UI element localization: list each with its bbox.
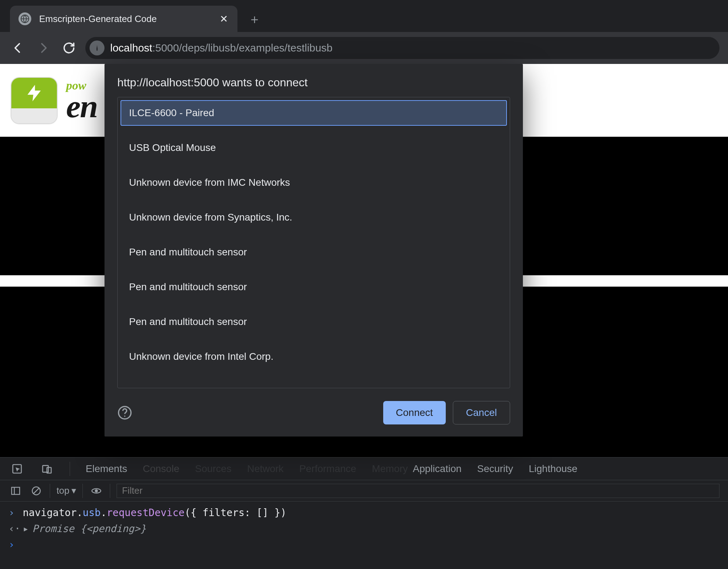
devtools-tab-performance[interactable]: Performance xyxy=(299,463,356,475)
browser-tab[interactable]: Emscripten-Generated Code ✕ xyxy=(10,6,237,32)
console-sidebar-icon[interactable] xyxy=(9,484,23,498)
close-tab-icon[interactable]: ✕ xyxy=(218,13,229,24)
console-toolbar: top▾ xyxy=(0,480,728,502)
svg-marker-3 xyxy=(27,85,41,101)
devtools-tab-application[interactable]: Application xyxy=(413,463,461,475)
browser-toolbar: localhost:5000/deps/libusb/examples/test… xyxy=(0,32,728,64)
globe-icon xyxy=(18,12,31,25)
devtools-tab-network[interactable]: Network xyxy=(247,463,284,475)
device-item[interactable]: Unknown device from IMC Networks xyxy=(121,170,507,195)
expand-icon[interactable]: ▸ xyxy=(23,523,29,535)
inspect-element-icon[interactable] xyxy=(10,462,24,476)
svg-point-14 xyxy=(124,416,125,417)
devtools-tab-sources[interactable]: Sources xyxy=(195,463,231,475)
device-list: ILCE-6600 - Paired USB Optical Mouse Unk… xyxy=(117,97,510,388)
webusb-permission-dialog: http://localhost:5000 wants to connect I… xyxy=(105,64,523,437)
device-item[interactable]: Pen and multitouch sensor xyxy=(121,309,507,335)
devtools-tab-elements[interactable]: Elements xyxy=(86,463,127,475)
devtools-tab-console[interactable]: Console xyxy=(143,463,180,475)
console-output-value[interactable]: ▸Promise {<pending>} xyxy=(23,521,146,537)
url-text: localhost:5000/deps/libusb/examples/test… xyxy=(110,42,332,54)
svg-rect-7 xyxy=(12,487,20,494)
reload-button[interactable] xyxy=(60,39,78,57)
chevron-down-icon: ▾ xyxy=(71,485,76,496)
clear-console-icon[interactable] xyxy=(29,484,43,498)
cancel-button[interactable]: Cancel xyxy=(453,401,510,424)
device-toolbar-icon[interactable] xyxy=(40,462,54,476)
svg-line-10 xyxy=(34,488,39,493)
new-tab-button[interactable]: ＋ xyxy=(244,9,265,30)
forward-button[interactable] xyxy=(34,39,53,57)
console-context-select[interactable]: top▾ xyxy=(57,485,76,496)
device-item[interactable]: Pen and multitouch sensor xyxy=(121,239,507,265)
svg-point-12 xyxy=(95,489,98,492)
console-output-line: ‹· ▸Promise {<pending>} xyxy=(9,521,719,537)
emscripten-wordmark: pow en xyxy=(66,80,97,121)
devtools-tab-lighthouse[interactable]: Lighthouse xyxy=(529,463,577,475)
output-caret-icon: ‹· xyxy=(9,521,17,537)
site-info-icon[interactable] xyxy=(90,40,105,55)
prompt-caret-icon: › xyxy=(9,505,17,521)
devtools-tabs: Elements Console Sources Network Perform… xyxy=(0,457,728,480)
help-icon[interactable] xyxy=(117,405,132,420)
device-item[interactable]: Unknown device from Intel Corp. xyxy=(121,344,507,369)
browser-tab-strip: Emscripten-Generated Code ✕ ＋ xyxy=(0,0,728,32)
emscripten-logo-icon xyxy=(11,77,58,124)
prompt-caret-icon: › xyxy=(9,537,17,553)
dialog-title: http://localhost:5000 wants to connect xyxy=(117,76,510,89)
live-expression-icon[interactable] xyxy=(89,484,103,498)
connect-button[interactable]: Connect xyxy=(383,401,446,424)
console-input-line: › navigator.usb.requestDevice({ filters:… xyxy=(9,505,719,521)
device-item[interactable]: Unknown device from Synaptics, Inc. xyxy=(121,205,507,230)
console-filter-input[interactable] xyxy=(117,484,719,498)
back-button[interactable] xyxy=(9,39,27,57)
console-prompt-line[interactable]: › xyxy=(9,537,719,553)
console-code: navigator.usb.requestDevice({ filters: [… xyxy=(23,505,287,521)
address-bar[interactable]: localhost:5000/deps/libusb/examples/test… xyxy=(85,37,719,59)
device-item[interactable]: Pen and multitouch sensor xyxy=(121,274,507,300)
device-item[interactable]: USB Optical Mouse xyxy=(121,135,507,161)
svg-rect-5 xyxy=(43,465,48,472)
devtools-tab-memory[interactable]: Memory xyxy=(372,463,408,475)
device-item[interactable]: ILCE-6600 - Paired xyxy=(121,100,507,126)
devtools-tab-security[interactable]: Security xyxy=(477,463,513,475)
tab-title: Emscripten-Generated Code xyxy=(39,13,210,25)
devtools-panel: Elements Console Sources Network Perform… xyxy=(0,457,728,569)
dialog-footer: Connect Cancel xyxy=(117,401,510,424)
console-output: › navigator.usb.requestDevice({ filters:… xyxy=(0,502,728,569)
svg-point-1 xyxy=(97,46,97,47)
